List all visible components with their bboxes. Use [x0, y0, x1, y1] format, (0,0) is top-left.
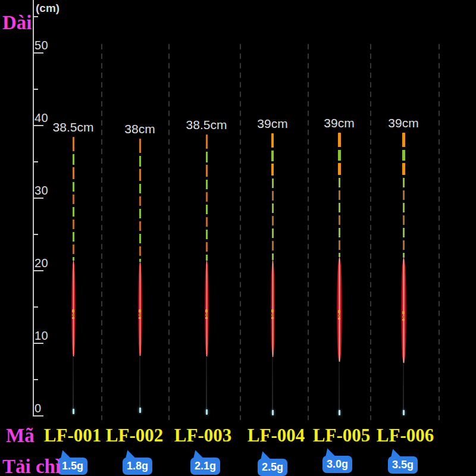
weight-badge-pointer: [390, 448, 400, 458]
weight-badge-label: 2.5g: [262, 461, 283, 474]
float-stem-tip: [139, 408, 141, 413]
weight-badge-pointer: [192, 449, 203, 459]
ruler-unit-label: (cm): [36, 2, 60, 15]
float-antenna-top: [271, 133, 274, 178]
ruler-major-tick: [33, 415, 43, 416]
separator-line: [370, 44, 371, 420]
weight-badge-pointer: [60, 449, 70, 459]
weight-badge-pointer: [259, 450, 270, 461]
separator-line: [168, 44, 170, 420]
float-antenna-top: [402, 133, 405, 178]
ruler-minor-tick: [33, 379, 38, 380]
float-antenna-top: [206, 134, 208, 180]
float-antenna: [403, 178, 405, 258]
float-stem-tip: [403, 410, 405, 415]
ruler-tick-label: 40: [35, 112, 48, 124]
separator-line: [308, 44, 309, 420]
float-stem: [272, 357, 273, 415]
weight-badge-label: 3.0g: [327, 458, 348, 471]
float-gold-marking: [139, 309, 141, 320]
float-stem: [206, 356, 207, 414]
float-gold-marking: [402, 311, 405, 322]
weight-badge-label: 1.8g: [127, 460, 148, 472]
float-code-label: LF-003: [174, 426, 231, 444]
weight-badge: 3.5g: [388, 456, 418, 474]
float-gold-marking: [205, 309, 208, 320]
ruler-major-tick: [33, 52, 43, 54]
float-length-label: 38cm: [124, 123, 155, 135]
ruler-minor-tick: [33, 89, 38, 90]
ruler-minor-tick: [33, 161, 38, 162]
fishing-float-size-diagram: (cm) Dài 50403020100 38.5cmLF-0011.5g38c…: [0, 0, 476, 476]
weight-badge: 2.1g: [190, 458, 220, 475]
float-length-label: 39cm: [388, 117, 418, 129]
weight-badge: 2.5g: [258, 459, 287, 476]
weight-badge: 1.5g: [58, 458, 87, 475]
float-antenna: [272, 178, 274, 260]
float-stem: [339, 362, 340, 415]
code-row-label: Mã: [6, 426, 35, 446]
ruler-major-tick: [33, 125, 43, 126]
float-length-label: 39cm: [324, 117, 354, 129]
weight-badge-label: 1.5g: [62, 460, 83, 472]
weight-badge-label: 3.5g: [392, 459, 414, 471]
float-code-label: LF-001: [44, 426, 101, 444]
float-stem: [139, 356, 140, 412]
float-code-label: LF-004: [248, 426, 305, 444]
float-code-label: LF-006: [377, 426, 434, 444]
ruler-tick-label: 30: [35, 184, 48, 196]
float-gold-marking: [271, 309, 274, 320]
float-antenna: [139, 184, 141, 262]
weight-badge-label: 2.1g: [195, 460, 216, 472]
float-stem-tip: [272, 410, 274, 415]
float-length-label: 38.5cm: [186, 118, 227, 131]
float-stem-tip: [206, 409, 208, 415]
weight-badge: 3.0g: [322, 456, 352, 473]
float-stem-tip: [339, 410, 340, 415]
ruler-minor-tick: [33, 16, 38, 17]
float-length-label: 39cm: [257, 117, 287, 130]
float-length-label: 38.5cm: [53, 121, 94, 133]
ruler-minor-tick: [33, 306, 38, 308]
ruler-tick-label: 50: [35, 39, 48, 51]
float-antenna: [206, 180, 208, 261]
separator-line: [240, 44, 241, 420]
length-axis-label: Dài: [2, 13, 32, 33]
weight-row-label: Tải chì: [2, 457, 61, 476]
ruler-tick-label: 10: [35, 330, 48, 342]
ruler-major-tick: [33, 270, 43, 271]
ruler-tick-label: 20: [35, 257, 48, 269]
float-antenna: [339, 178, 340, 257]
float-stem: [403, 363, 404, 415]
float-antenna-top: [338, 133, 341, 178]
float-antenna: [73, 182, 74, 261]
float-stem-tip: [73, 409, 74, 414]
ruler-tick-label: 0: [35, 402, 42, 414]
ruler-line: [33, 0, 34, 416]
ruler-major-tick: [33, 343, 43, 344]
float-antenna-top: [73, 137, 74, 182]
weight-badge-pointer: [324, 447, 335, 458]
float-code-label: LF-005: [313, 426, 370, 444]
ruler-minor-tick: [33, 234, 38, 235]
float-code-label: LF-002: [106, 426, 163, 444]
weight-badge: 1.8g: [123, 458, 152, 475]
float-gold-marking: [72, 309, 74, 320]
separator-line: [101, 44, 102, 420]
float-antenna-top: [139, 139, 141, 184]
weight-badge-pointer: [124, 449, 135, 459]
separator-line: [439, 44, 440, 420]
ruler-major-tick: [33, 198, 43, 199]
float-gold-marking: [338, 310, 340, 321]
float-stem: [73, 356, 74, 414]
